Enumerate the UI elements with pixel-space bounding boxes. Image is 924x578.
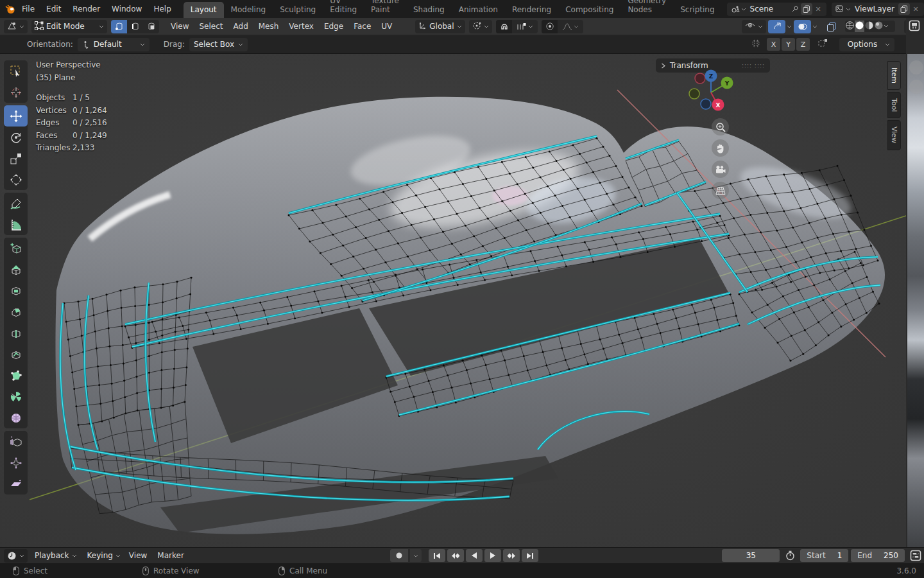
transform-orientation-dropdown[interactable]: Global — [415, 20, 465, 33]
shear-tool[interactable] — [4, 473, 28, 495]
timeline-view-menu[interactable]: View — [124, 551, 152, 560]
bevel-tool[interactable] — [4, 301, 28, 322]
menu-vertex[interactable]: Vertex — [284, 22, 319, 31]
tab-scripting[interactable]: Scripting — [673, 2, 721, 18]
transform-tool[interactable] — [4, 169, 28, 190]
close-icon[interactable]: ✕ — [812, 3, 824, 15]
menu-window[interactable]: Window — [106, 0, 148, 18]
chevron-down-icon[interactable] — [812, 25, 817, 28]
zoom-button[interactable] — [909, 60, 923, 74]
tab-rendering[interactable]: Rendering — [505, 2, 558, 18]
blender-logo-icon[interactable] — [5, 3, 16, 15]
end-frame-field[interactable]: End250 — [851, 549, 905, 562]
shrink-fatten-tool[interactable] — [4, 452, 28, 473]
add-cube-tool[interactable] — [4, 238, 28, 259]
menu-help[interactable]: Help — [148, 0, 176, 18]
tab-uv-editing[interactable]: UV Editing — [323, 0, 364, 18]
mirror-y-toggle[interactable]: Y — [782, 38, 795, 51]
menu-render[interactable]: Render — [67, 0, 106, 18]
editor-type-button[interactable] — [4, 20, 28, 33]
menu-mesh[interactable]: Mesh — [253, 22, 284, 31]
zoom-button[interactable] — [712, 118, 729, 136]
solid-shading-button[interactable] — [855, 21, 864, 32]
orientation-dropdown[interactable]: Default — [78, 38, 150, 51]
scene-selector[interactable]: Scene ✕ — [727, 3, 826, 16]
mirror-x-toggle[interactable]: X — [767, 38, 780, 51]
vertex-select-button[interactable] — [111, 20, 127, 33]
stopwatch-icon[interactable] — [782, 550, 798, 561]
new-viewlayer-button[interactable] — [898, 3, 910, 15]
timeline-corner-editor-icon[interactable] — [910, 550, 921, 563]
mode-dropdown[interactable]: Edit Mode — [31, 20, 107, 33]
camera-view-button[interactable] — [712, 161, 729, 178]
material-preview-button[interactable] — [864, 21, 874, 32]
pan-hand-button[interactable] — [712, 139, 729, 157]
rotate-tool[interactable] — [4, 127, 28, 148]
perspective-toggle-button[interactable] — [712, 182, 729, 199]
keying-menu[interactable]: Keying — [84, 549, 124, 563]
select-box-tool[interactable] — [4, 60, 28, 82]
face-select-button[interactable] — [143, 20, 159, 33]
panel-grip[interactable]: :::: :::: — [742, 62, 765, 69]
edge-slide-tool[interactable] — [4, 431, 28, 452]
extrude-region-tool[interactable] — [4, 259, 28, 280]
tab-layout[interactable]: Layout — [184, 2, 224, 18]
jump-prev-keyframe-button[interactable] — [447, 549, 464, 562]
play-reverse-button[interactable] — [466, 549, 483, 562]
tab-geometry-nodes[interactable]: Geometry Nodes — [620, 0, 673, 18]
image-editor-icon[interactable] — [909, 20, 920, 31]
timeline-editor-type-button[interactable] — [4, 549, 28, 563]
tab-animation[interactable]: Animation — [452, 2, 505, 18]
tab-sculpting[interactable]: Sculpting — [273, 2, 323, 18]
pivot-point-dropdown[interactable] — [469, 20, 492, 33]
inset-faces-tool[interactable] — [4, 280, 28, 301]
pan-hand-button[interactable] — [909, 80, 923, 94]
snap-base-icon[interactable] — [817, 38, 828, 51]
cursor-tool[interactable] — [4, 82, 28, 103]
jump-to-start-button[interactable] — [429, 549, 445, 562]
smooth-tool[interactable] — [4, 407, 28, 428]
proportional-falloff-dropdown[interactable] — [558, 20, 583, 33]
proportional-edit-toggle[interactable] — [542, 20, 558, 33]
jump-to-end-button[interactable] — [522, 549, 538, 562]
tab-compositing[interactable]: Compositing — [558, 2, 620, 18]
options-dropdown[interactable]: Options — [839, 38, 894, 51]
show-gizmo-toggle[interactable] — [768, 20, 785, 33]
tab-modeling[interactable]: Modeling — [224, 2, 273, 18]
edge-select-button[interactable] — [127, 20, 143, 33]
menu-face[interactable]: Face — [348, 22, 376, 31]
spin-tool[interactable] — [4, 386, 28, 407]
viewlayer-selector[interactable]: ViewLayer ✕ — [832, 3, 924, 16]
knife-tool[interactable] — [4, 344, 28, 365]
snap-toggle-button[interactable] — [496, 20, 512, 33]
rendered-shading-button[interactable] — [874, 21, 884, 32]
adjacent-editor-strip[interactable] — [906, 18, 924, 547]
menu-edit[interactable]: Edit — [40, 0, 67, 18]
play-button[interactable] — [484, 549, 501, 562]
poly-build-tool[interactable] — [4, 365, 28, 386]
timeline-marker-menu[interactable]: Marker — [152, 551, 189, 560]
snap-target-dropdown[interactable] — [512, 20, 538, 33]
start-frame-field[interactable]: Start1 — [800, 549, 848, 562]
3d-viewport[interactable]: User Perspective (35) Plane Objects1 / 5… — [0, 54, 906, 547]
menu-edge[interactable]: Edge — [319, 22, 348, 31]
current-frame-field[interactable]: 35 — [722, 549, 780, 562]
wireframe-shading-button[interactable] — [845, 21, 855, 32]
menu-select[interactable]: Select — [194, 22, 228, 31]
move-tool[interactable] — [4, 105, 28, 127]
new-scene-button[interactable] — [801, 3, 812, 15]
xray-toggle[interactable] — [823, 20, 840, 33]
close-icon[interactable]: ✕ — [910, 3, 921, 15]
annotate-tool[interactable] — [4, 193, 28, 214]
scale-tool[interactable] — [4, 148, 28, 169]
jump-next-keyframe-button[interactable] — [503, 549, 520, 562]
pin-icon[interactable] — [789, 3, 801, 15]
menu-uv[interactable]: UV — [376, 22, 397, 31]
menu-file[interactable]: File — [16, 0, 40, 18]
measure-tool[interactable] — [4, 214, 28, 235]
chevron-down-icon[interactable] — [787, 25, 792, 28]
tab-view[interactable]: View — [887, 120, 901, 150]
tab-tool[interactable]: Tool — [887, 92, 901, 118]
show-overlays-toggle[interactable] — [794, 20, 811, 33]
playback-menu[interactable]: Playback — [31, 549, 80, 563]
